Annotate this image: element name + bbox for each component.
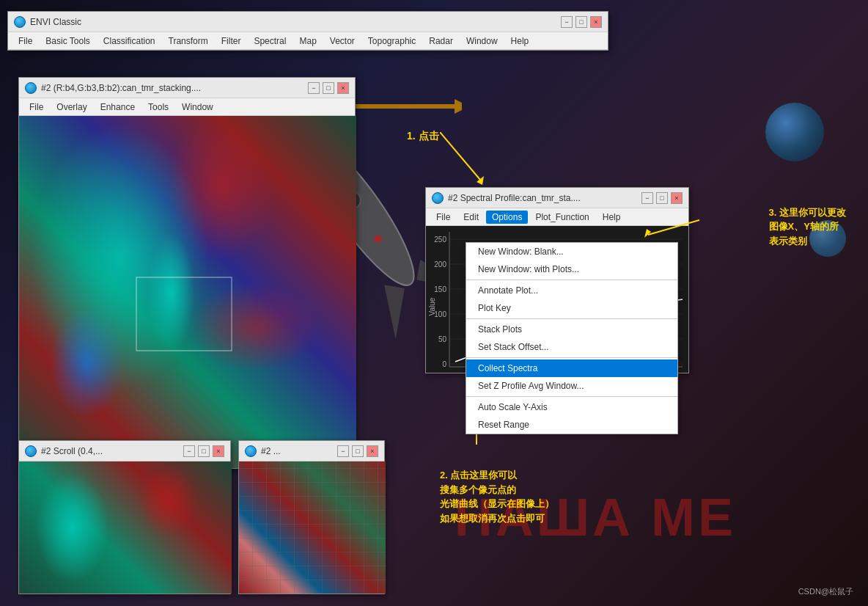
menu-window[interactable]: Window <box>460 34 504 48</box>
menu-file[interactable]: File <box>12 34 38 48</box>
svg-text:200: 200 <box>434 260 446 269</box>
divider-4 <box>466 396 677 397</box>
svg-text:Value: Value <box>428 297 436 315</box>
menu-new-window-blank[interactable]: New Window: Blank... <box>466 243 677 260</box>
spectral-controls: − □ × <box>641 192 683 204</box>
spectral-menubar: File Edit Options Plot_Function Help <box>426 208 688 226</box>
menu-reset-range[interactable]: Reset Range <box>466 416 677 434</box>
spectral-titlebar: #2 Spectral Profile:can_tmr_sta.... − □ … <box>426 188 688 208</box>
zoom-window: #2 ... − □ × <box>238 440 385 594</box>
image-viewer-menubar: File Overlay Enhance Tools Window <box>19 98 355 116</box>
image-viewer-titlebar: #2 (R:b4,G:b3,B:b2):can_tmr_stacking....… <box>19 78 355 98</box>
spectral-restore[interactable]: □ <box>656 192 668 204</box>
svg-marker-7 <box>455 99 462 114</box>
spectral-title: #2 Spectral Profile:can_tmr_sta.... <box>448 193 641 203</box>
menu-classification[interactable]: Classification <box>98 34 161 48</box>
envi-title: ENVI Classic <box>30 17 561 27</box>
iv-menu-window[interactable]: Window <box>176 101 219 114</box>
menu-new-window-plots[interactable]: New Window: with Plots... <box>466 260 677 278</box>
menu-plot-key[interactable]: Plot Key <box>466 299 677 317</box>
zoom-close[interactable]: × <box>367 445 378 457</box>
sp-menu-help[interactable]: Help <box>597 211 627 224</box>
iv-menu-tools[interactable]: Tools <box>142 101 174 114</box>
envi-close-button[interactable]: × <box>590 16 602 28</box>
menu-basic-tools[interactable]: Basic Tools <box>40 34 95 48</box>
annotation-click: 1. 点击 <box>407 128 439 144</box>
envi-main-window: ENVI Classic − □ × File Basic Tools Clas… <box>7 11 608 51</box>
envi-window-controls: − □ × <box>561 16 602 28</box>
envi-menubar: File Basic Tools Classification Transfor… <box>8 32 608 50</box>
menu-topographic[interactable]: Topographic <box>362 34 422 48</box>
sp-menu-file[interactable]: File <box>430 211 456 224</box>
image-viewer-window: #2 (R:b4,G:b3,B:b2):can_tmr_stacking....… <box>18 77 356 469</box>
scroll-close[interactable]: × <box>213 445 224 457</box>
satellite-image[interactable] <box>19 116 356 468</box>
menu-map[interactable]: Map <box>293 34 322 48</box>
scroll-image-display[interactable] <box>19 461 232 594</box>
scroll-icon <box>25 445 37 457</box>
svg-text:50: 50 <box>438 335 447 343</box>
svg-text:0: 0 <box>442 360 446 368</box>
image-viewer-controls: − □ × <box>308 82 349 94</box>
menu-spectral[interactable]: Spectral <box>248 34 292 48</box>
scroll-minimize[interactable]: − <box>183 445 195 457</box>
zoom-titlebar: #2 ... − □ × <box>239 441 384 461</box>
divider-2 <box>466 318 677 319</box>
scroll-window: #2 Scroll (0.4,... − □ × <box>18 440 231 594</box>
options-dropdown-menu: New Window: Blank... New Window: with Pl… <box>466 242 678 434</box>
menu-collect-spectra[interactable]: Collect Spectra <box>466 359 677 377</box>
annotation-axis: 3. 这里你可以更改 图像X、Y轴的所 表示类别 <box>769 191 846 248</box>
envi-icon <box>14 16 26 28</box>
image-viewer-title: #2 (R:b4,G:b3,B:b2):can_tmr_stacking.... <box>41 83 308 93</box>
svg-text:250: 250 <box>434 236 446 244</box>
menu-auto-scale-y[interactable]: Auto Scale Y-Axis <box>466 398 677 416</box>
zoom-title: #2 ... <box>261 446 337 456</box>
menu-set-stack-offset[interactable]: Set Stack Offset... <box>466 338 677 356</box>
envi-minimize-button[interactable]: − <box>561 16 573 28</box>
sat-image-display <box>19 116 356 468</box>
scroll-titlebar: #2 Scroll (0.4,... − □ × <box>19 441 230 461</box>
menu-filter[interactable]: Filter <box>216 34 247 48</box>
image-viewer-minimize[interactable]: − <box>308 82 320 94</box>
envi-titlebar: ENVI Classic − □ × <box>8 12 608 32</box>
menu-set-z-profile[interactable]: Set Z Profile Avg Window... <box>466 377 677 395</box>
zoom-minimize[interactable]: − <box>337 445 349 457</box>
iv-menu-enhance[interactable]: Enhance <box>95 101 141 114</box>
menu-radar[interactable]: Radar <box>423 34 459 48</box>
divider-1 <box>466 280 677 280</box>
svg-marker-2 <box>367 277 426 340</box>
menu-annotate-plot[interactable]: Annotate Plot... <box>466 282 677 299</box>
sp-menu-plot-function[interactable]: Plot_Function <box>529 211 595 224</box>
sp-menu-options[interactable]: Options <box>486 211 528 224</box>
zoom-restore[interactable]: □ <box>352 445 364 457</box>
zoom-image-display[interactable] <box>239 461 386 594</box>
spectral-minimize[interactable]: − <box>641 192 653 204</box>
iv-menu-file[interactable]: File <box>23 101 49 114</box>
image-viewer-icon <box>25 82 37 94</box>
spectral-icon <box>432 192 444 204</box>
scroll-restore[interactable]: □ <box>198 445 210 457</box>
scroll-controls: − □ × <box>183 445 224 457</box>
annotation-collect: 2. 点击这里你可以 搜集多个像元点的 光谱曲线（显示在图像上） 如果想取消再次… <box>440 454 554 526</box>
divider-3 <box>466 357 677 358</box>
envi-restore-button[interactable]: □ <box>575 16 587 28</box>
menu-transform[interactable]: Transform <box>163 34 214 48</box>
scroll-title: #2 Scroll (0.4,... <box>41 446 183 456</box>
spectral-close[interactable]: × <box>671 192 683 204</box>
zoom-icon <box>245 445 257 457</box>
image-viewer-close[interactable]: × <box>337 82 349 94</box>
menu-stack-plots[interactable]: Stack Plots <box>466 321 677 338</box>
menu-vector[interactable]: Vector <box>324 34 361 48</box>
csdn-watermark: CSDN@松鼠子 <box>798 586 853 597</box>
menu-help[interactable]: Help <box>505 34 535 48</box>
iv-menu-overlay[interactable]: Overlay <box>51 101 92 114</box>
sp-menu-edit[interactable]: Edit <box>457 211 485 224</box>
bg-earth-globe <box>765 103 824 161</box>
zoom-controls: − □ × <box>337 445 378 457</box>
svg-text:150: 150 <box>434 285 446 293</box>
image-viewer-restore[interactable]: □ <box>323 82 334 94</box>
